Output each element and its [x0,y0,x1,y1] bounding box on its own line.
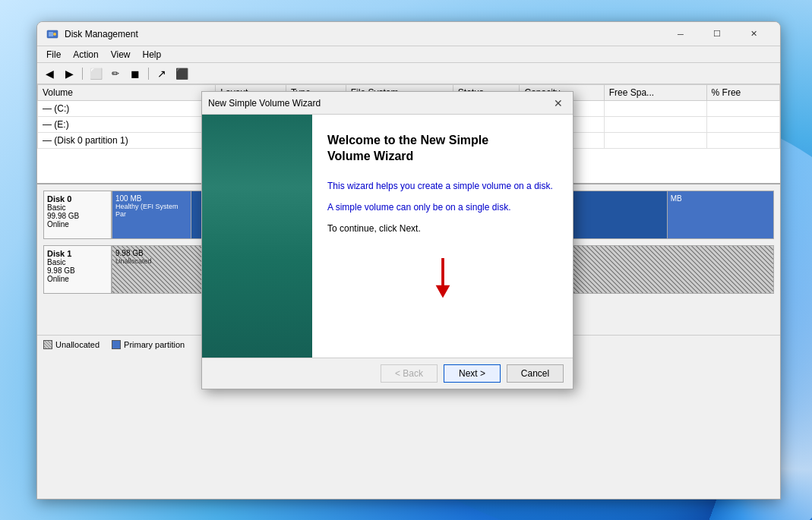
dialog-overlay: New Simple Volume Wizard ✕ Welcome to th… [0,0,812,520]
wizard-title: New Simple Volume Wizard [208,98,550,109]
wizard-left-panel [202,115,312,358]
wizard-close-button[interactable]: ✕ [550,95,567,112]
wizard-title-bar: New Simple Volume Wizard ✕ [202,92,573,115]
wizard-heading: Welcome to the New SimpleVolume Wizard [327,133,558,165]
wizard-footer: < Back Next > Cancel [202,358,573,389]
wizard-dialog: New Simple Volume Wizard ✕ Welcome to th… [201,91,573,389]
wizard-text-2: A simple volume can only be on a single … [327,201,558,214]
svg-marker-4 [435,285,450,298]
back-button[interactable]: < Back [381,364,438,383]
arrow-indicator [327,258,558,304]
wizard-content: Welcome to the New SimpleVolume Wizard T… [312,115,573,358]
wizard-text-3: To continue, click Next. [327,223,558,234]
next-button[interactable]: Next > [444,364,501,383]
cancel-button[interactable]: Cancel [507,364,564,383]
wizard-text-1: This wizard helps you create a simple vo… [327,180,558,193]
wizard-body: Welcome to the New SimpleVolume Wizard T… [202,115,573,358]
